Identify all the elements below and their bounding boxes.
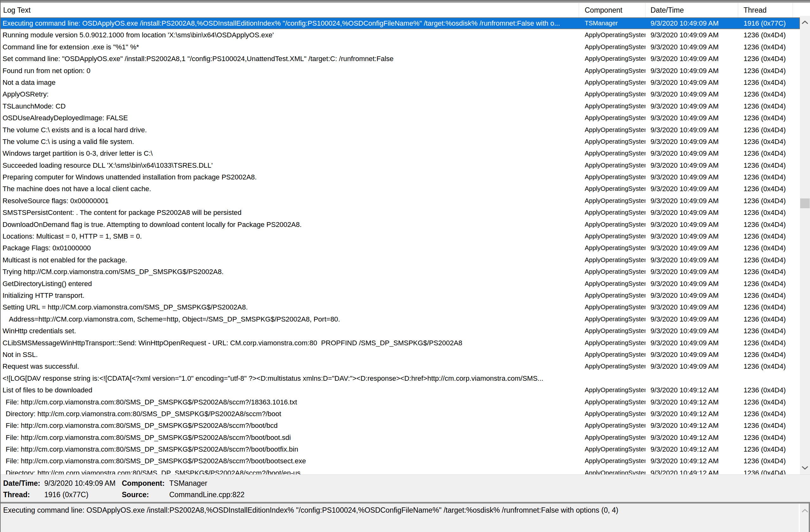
log-row[interactable]: Directory: http://cm.corp.viamonstra.com… bbox=[0, 408, 800, 420]
log-row[interactable]: GetDirectoryListing() entered ApplyOpera… bbox=[0, 278, 800, 290]
log-row[interactable]: Locations: Multicast = 0, HTTP = 1, SMB … bbox=[0, 230, 800, 242]
log-row[interactable]: File: http://cm.corp.viamonstra.com:80/S… bbox=[0, 420, 800, 431]
log-row[interactable]: Found run from net option: 0 ApplyOperat… bbox=[0, 65, 800, 77]
log-row[interactable]: File: http://cm.corp.viamonstra.com:80/S… bbox=[0, 444, 800, 455]
detail-pane: Date/Time: 9/3/2020 10:49:09 AM Componen… bbox=[0, 474, 810, 502]
log-row[interactable]: Package Flags: 0x01000000 ApplyOperating… bbox=[0, 242, 800, 254]
log-text-cell: List of files to be downloaded bbox=[0, 384, 579, 396]
log-row[interactable]: Not a data image ApplyOperatingSystem 9/… bbox=[0, 77, 800, 88]
log-row[interactable]: WinHttp credentials set. ApplyOperatingS… bbox=[0, 325, 800, 337]
datetime-cell: 9/3/2020 10:49:12 AM bbox=[646, 455, 738, 467]
log-row[interactable]: CLibSMSMessageWinHttpTransport::Send: Wi… bbox=[0, 337, 800, 349]
scrollbar-thumb[interactable] bbox=[800, 198, 810, 208]
log-row[interactable]: ResolveSource flags: 0x00000001 ApplyOpe… bbox=[0, 195, 800, 207]
log-row[interactable]: File: http://cm.corp.viamonstra.com:80/S… bbox=[0, 396, 800, 408]
datetime-cell: 9/3/2020 10:49:09 AM bbox=[646, 325, 738, 337]
window-top-edge bbox=[0, 0, 810, 3]
datetime-cell: 9/3/2020 10:49:12 AM bbox=[646, 408, 738, 420]
cmtrace-log-window: Log Text Component Date/Time Thread Exec… bbox=[0, 0, 810, 532]
status-message-pane: Executing command line: OSDApplyOS.exe /… bbox=[0, 503, 810, 532]
log-row[interactable]: Directory: http://cm.corp.viamonstra.com… bbox=[0, 467, 800, 474]
column-header-component[interactable]: Component bbox=[579, 3, 646, 17]
status-scroll-up-icon[interactable] bbox=[800, 505, 810, 516]
log-text-cell: Preparing computer for Windows unattende… bbox=[0, 171, 579, 183]
datetime-cell bbox=[646, 372, 738, 384]
column-header-datetime[interactable]: Date/Time bbox=[646, 3, 738, 17]
log-row[interactable]: Not in SSL. ApplyOperatingSystem 9/3/202… bbox=[0, 349, 800, 360]
log-row[interactable]: Command line for extension .exe is "%1" … bbox=[0, 41, 800, 53]
component-cell: ApplyOperatingSystem bbox=[579, 325, 646, 337]
log-text-cell: The machine does not have a local client… bbox=[0, 183, 579, 195]
datetime-cell: 9/3/2020 10:49:09 AM bbox=[646, 136, 738, 147]
log-text-cell: Windows target partition is 0-3, driver … bbox=[0, 147, 579, 159]
log-table-header: Log Text Component Date/Time Thread bbox=[0, 3, 810, 17]
status-pane-scrollbar[interactable] bbox=[799, 503, 809, 532]
scroll-down-icon[interactable] bbox=[800, 462, 810, 473]
component-cell: ApplyOperatingSystem bbox=[579, 147, 646, 159]
log-row[interactable]: Executing command line: OSDApplyOS.exe /… bbox=[0, 17, 800, 29]
datetime-cell: 9/3/2020 10:49:09 AM bbox=[646, 112, 738, 124]
thread-cell: 1236 (0x4D4) bbox=[738, 396, 793, 408]
log-row[interactable]: OSDUseAlreadyDeployedImage: FALSE ApplyO… bbox=[0, 112, 800, 124]
thread-cell: 1236 (0x4D4) bbox=[738, 455, 793, 467]
thread-cell: 1236 (0x4D4) bbox=[738, 384, 793, 396]
thread-cell: 1236 (0x4D4) bbox=[738, 147, 793, 159]
log-text-cell: WinHttp credentials set. bbox=[0, 325, 579, 337]
component-cell: ApplyOperatingSystem bbox=[579, 408, 646, 420]
log-row[interactable]: Preparing computer for Windows unattende… bbox=[0, 171, 800, 183]
thread-cell: 1236 (0x4D4) bbox=[738, 467, 793, 474]
datetime-cell: 9/3/2020 10:49:09 AM bbox=[646, 207, 738, 219]
datetime-cell: 9/3/2020 10:49:12 AM bbox=[646, 432, 738, 444]
log-row[interactable]: Initializing HTTP transport. ApplyOperat… bbox=[0, 290, 800, 301]
datetime-cell: 9/3/2020 10:49:09 AM bbox=[646, 17, 738, 29]
log-row[interactable]: Setting URL = http://CM.corp.viamonstra.… bbox=[0, 301, 800, 313]
thread-cell: 1236 (0x4D4) bbox=[738, 420, 793, 431]
log-row[interactable]: Multicast is not enabled for the package… bbox=[0, 254, 800, 266]
log-text-cell: TSLaunchMode: CD bbox=[0, 100, 579, 112]
column-header-thread[interactable]: Thread bbox=[738, 3, 793, 17]
datetime-cell: 9/3/2020 10:49:09 AM bbox=[646, 88, 738, 100]
log-row[interactable]: The volume C:\ is using a valid file sys… bbox=[0, 136, 800, 147]
log-row[interactable]: Set command line: "OSDApplyOS.exe" /inst… bbox=[0, 53, 800, 65]
thread-cell: 1236 (0x4D4) bbox=[738, 112, 793, 124]
log-row[interactable]: List of files to be downloaded ApplyOper… bbox=[0, 384, 800, 396]
log-row[interactable]: TSLaunchMode: CD ApplyOperatingSystem 9/… bbox=[0, 100, 800, 112]
log-row[interactable]: Succeeded loading resource DLL 'X:\sms\b… bbox=[0, 160, 800, 171]
datetime-cell: 9/3/2020 10:49:09 AM bbox=[646, 160, 738, 171]
log-row[interactable]: Windows target partition is 0-3, driver … bbox=[0, 147, 800, 159]
list-vertical-scrollbar[interactable] bbox=[800, 16, 810, 474]
log-row[interactable]: DownloadOnDemand flag is true. Attemptin… bbox=[0, 219, 800, 230]
scroll-up-icon[interactable] bbox=[800, 17, 810, 28]
thread-cell: 1236 (0x4D4) bbox=[738, 29, 793, 41]
log-row[interactable]: File: http://cm.corp.viamonstra.com:80/S… bbox=[0, 455, 800, 467]
component-cell: ApplyOperatingSystem bbox=[579, 136, 646, 147]
thread-cell: 1236 (0x4D4) bbox=[738, 266, 793, 277]
log-row[interactable]: The volume C:\ exists and is a local har… bbox=[0, 124, 800, 136]
component-cell: ApplyOperatingSystem bbox=[579, 396, 646, 408]
thread-cell: 1236 (0x4D4) bbox=[738, 325, 793, 337]
log-row[interactable]: ApplyOSRetry: ApplyOperatingSystem 9/3/2… bbox=[0, 88, 800, 100]
log-row[interactable]: Trying http://CM.corp.viamonstra.com/SMS… bbox=[0, 266, 800, 277]
log-row[interactable]: <![LOG[DAV response string is:<![CDATA[<… bbox=[0, 372, 800, 384]
datetime-cell: 9/3/2020 10:49:09 AM bbox=[646, 41, 738, 53]
column-header-log-text[interactable]: Log Text bbox=[0, 3, 579, 17]
log-row[interactable]: The machine does not have a local client… bbox=[0, 183, 800, 195]
thread-cell: 1236 (0x4D4) bbox=[738, 160, 793, 171]
component-cell: ApplyOperatingSystem bbox=[579, 278, 646, 290]
log-row[interactable]: SMSTSPersistContent: . The content for p… bbox=[0, 207, 800, 219]
component-cell: ApplyOperatingSystem bbox=[579, 313, 646, 325]
log-text-cell: Address=http://CM.corp.viamonstra.com, S… bbox=[0, 313, 579, 325]
log-row[interactable]: Address=http://CM.corp.viamonstra.com, S… bbox=[0, 313, 800, 325]
component-cell: ApplyOperatingSystem bbox=[579, 65, 646, 77]
datetime-cell: 9/3/2020 10:49:09 AM bbox=[646, 290, 738, 301]
detail-datetime-value: 9/3/2020 10:49:09 AM bbox=[44, 479, 115, 488]
log-row[interactable]: Running module version 5.0.9012.1000 fro… bbox=[0, 29, 800, 41]
thread-cell: 1236 (0x4D4) bbox=[738, 360, 793, 372]
thread-cell: 1236 (0x4D4) bbox=[738, 290, 793, 301]
component-cell: ApplyOperatingSystem bbox=[579, 195, 646, 207]
log-row[interactable]: File: http://cm.corp.viamonstra.com:80/S… bbox=[0, 432, 800, 444]
log-row[interactable]: Request was successful. ApplyOperatingSy… bbox=[0, 360, 800, 372]
datetime-cell: 9/3/2020 10:49:09 AM bbox=[646, 337, 738, 349]
thread-cell: 1236 (0x4D4) bbox=[738, 136, 793, 147]
datetime-cell: 9/3/2020 10:49:09 AM bbox=[646, 183, 738, 195]
